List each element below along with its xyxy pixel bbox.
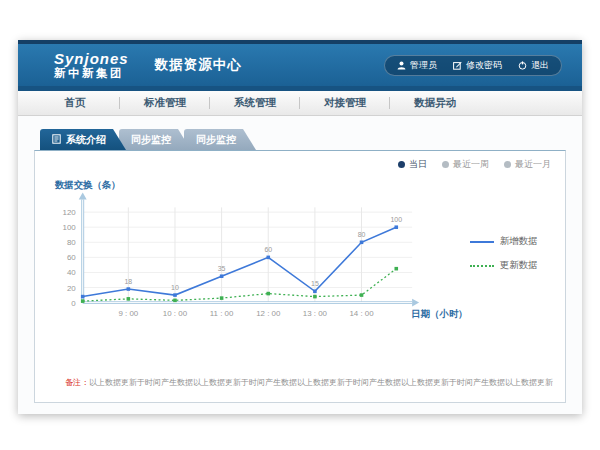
svg-text:35: 35 [218, 265, 226, 272]
radio-dot-icon [398, 161, 405, 168]
nav-item-data-changes[interactable]: 数据异动 [390, 91, 480, 115]
edit-icon [453, 61, 462, 70]
svg-text:40: 40 [67, 268, 76, 277]
svg-text:60: 60 [67, 253, 76, 262]
footnote: 备注：以上数据更新于时间产生数据以上数据更新于时间产生数据以上数据更新于时间产生… [65, 377, 553, 388]
tab-sync-monitor-1[interactable]: 同步监控 [119, 129, 191, 150]
user-menu-change-password-label: 修改密码 [466, 59, 502, 72]
time-range-filter: 当日 最近一周 最近一月 [398, 158, 551, 171]
user-menu-logout[interactable]: 退出 [518, 59, 549, 72]
filter-last-month-label: 最近一月 [515, 158, 551, 171]
svg-text:15: 15 [311, 280, 319, 287]
filter-last-week-label: 最近一周 [453, 158, 489, 171]
legend-entry-new-data: 新增数据 [470, 235, 561, 248]
user-menu-admin-label: 管理员 [410, 59, 437, 72]
svg-text:18: 18 [124, 278, 132, 285]
page-card: Synjones 新中新集团 数据资源中心 管理员 修改密码 退出 [18, 40, 582, 414]
tab-label: 同步监控 [131, 133, 171, 147]
filter-today-label: 当日 [409, 158, 427, 171]
svg-text:0: 0 [71, 299, 76, 308]
tab-label: 系统介绍 [66, 133, 106, 147]
filter-last-month[interactable]: 最近一月 [504, 158, 551, 171]
main-nav: 首页 标准管理 系统管理 对接管理 数据异动 [18, 91, 582, 116]
radio-dot-icon [442, 161, 449, 168]
filter-last-week[interactable]: 最近一周 [442, 158, 489, 171]
line-chart: 0204060801001209 : 0010 : 0011 : 0012 : … [43, 175, 470, 333]
page-title: 数据资源中心 [155, 56, 242, 74]
svg-text:10 : 00: 10 : 00 [163, 309, 188, 318]
radio-dot-icon [504, 161, 511, 168]
svg-text:数据交换（条）: 数据交换（条） [54, 179, 121, 191]
user-menu-logout-label: 退出 [531, 59, 549, 72]
svg-text:20: 20 [67, 284, 76, 293]
logo-text-en: Synjones [54, 51, 129, 67]
legend-label: 更新数据 [500, 259, 538, 272]
nav-item-system[interactable]: 系统管理 [210, 91, 300, 115]
svg-text:日期（小时）: 日期（小时） [411, 308, 467, 320]
chart-area: 0204060801001209 : 0010 : 0011 : 0012 : … [35, 151, 565, 333]
nav-item-standards[interactable]: 标准管理 [120, 91, 210, 115]
svg-text:10: 10 [171, 284, 179, 291]
footnote-text: 以上数据更新于时间产生数据以上数据更新于时间产生数据以上数据更新于时间产生数据以… [89, 378, 553, 387]
user-menu-admin[interactable]: 管理员 [397, 59, 437, 72]
footnote-prefix: 备注： [65, 378, 89, 387]
svg-text:60: 60 [264, 246, 272, 253]
svg-text:9 : 00: 9 : 00 [118, 309, 138, 318]
tab-system-intro[interactable]: 系统介绍 [40, 129, 126, 150]
solid-line-icon [470, 241, 494, 243]
svg-text:12 : 00: 12 : 00 [256, 309, 281, 318]
nav-item-integration[interactable]: 对接管理 [300, 91, 390, 115]
legend-label: 新增数据 [500, 235, 538, 248]
dotted-line-icon [470, 265, 494, 267]
filter-today[interactable]: 当日 [398, 158, 427, 171]
nav-item-home[interactable]: 首页 [30, 91, 120, 115]
svg-text:100: 100 [390, 216, 402, 223]
user-menu: 管理员 修改密码 退出 [384, 55, 562, 76]
header: Synjones 新中新集团 数据资源中心 管理员 修改密码 退出 [18, 44, 582, 86]
tab-label: 同步监控 [196, 133, 236, 147]
chart-panel: 当日 最近一周 最近一月 0204060801001209 : 0010 : 0… [34, 150, 566, 403]
content-area: 系统介绍 同步监控 同步监控 当日 最近一周 [18, 116, 582, 414]
logo: Synjones 新中新集团 [54, 51, 129, 79]
logo-text-cn: 新中新集团 [54, 67, 129, 79]
chart-legend: 新增数据 更新数据 [470, 235, 561, 333]
svg-text:14 : 00: 14 : 00 [349, 309, 374, 318]
svg-text:80: 80 [358, 231, 366, 238]
tab-sync-monitor-2[interactable]: 同步监控 [184, 129, 256, 150]
document-icon [52, 134, 61, 146]
user-menu-change-password[interactable]: 修改密码 [453, 59, 502, 72]
svg-text:80: 80 [67, 238, 76, 247]
tab-bar: 系统介绍 同步监控 同步监控 [34, 129, 566, 150]
svg-text:13 : 00: 13 : 00 [303, 309, 328, 318]
svg-text:100: 100 [63, 223, 77, 232]
svg-text:11 : 00: 11 : 00 [210, 309, 234, 318]
legend-entry-updated-data: 更新数据 [470, 259, 561, 272]
user-icon [397, 61, 406, 70]
svg-text:120: 120 [63, 208, 77, 217]
logout-icon [518, 61, 527, 70]
